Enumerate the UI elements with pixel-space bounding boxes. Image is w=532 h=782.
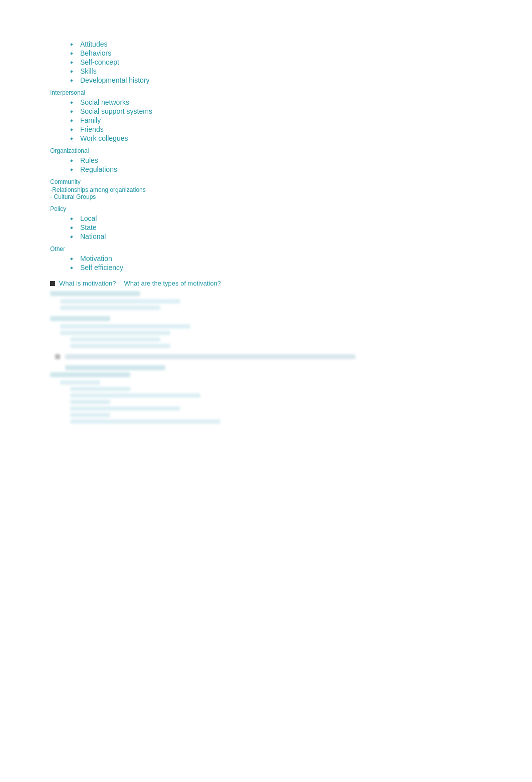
organizational-label: Organizational	[50, 147, 482, 154]
community-sub1: -Relationships among organizations	[50, 186, 482, 193]
intrapersonal-list: Attitudes Behaviors Self-concept Skills …	[70, 40, 482, 84]
intrapersonal-item: Skills	[70, 67, 482, 75]
policy-item: Local	[70, 214, 482, 222]
community-sub2: - Cultural Groups	[50, 193, 482, 200]
question-text-2: What are the types of motivation?	[124, 280, 221, 287]
question-block: What is motivation? What are the types o…	[50, 280, 482, 287]
policy-item: State	[70, 223, 482, 231]
intrapersonal-item: Developmental history	[70, 76, 482, 84]
policy-item: National	[70, 232, 482, 240]
blurred-content	[50, 291, 482, 424]
other-item: Motivation	[70, 254, 482, 263]
other-list: Motivation Self efficiency	[70, 254, 482, 272]
interpersonal-list: Social networks Social support systems F…	[70, 98, 482, 142]
other-item: Self efficiency	[70, 264, 482, 272]
policy-label: Policy	[50, 205, 482, 212]
organizational-list: Rules Regulations	[70, 156, 482, 173]
other-label: Other	[50, 245, 482, 252]
interpersonal-item: Social support systems	[70, 107, 482, 115]
organizational-item: Rules	[70, 156, 482, 164]
interpersonal-label: Interpersonal	[50, 89, 482, 96]
question-row: What is motivation? What are the types o…	[50, 280, 482, 287]
organizational-item: Regulations	[70, 165, 482, 173]
community-label: Community	[50, 178, 482, 185]
interpersonal-item: Work collegues	[70, 134, 482, 142]
intrapersonal-item: Self-concept	[70, 58, 482, 66]
intrapersonal-item: Attitudes	[70, 40, 482, 48]
square-bullet-icon	[50, 281, 55, 286]
interpersonal-item: Friends	[70, 125, 482, 133]
interpersonal-item: Social networks	[70, 98, 482, 106]
policy-list: Local State National	[70, 214, 482, 240]
community-section: Community -Relationships among organizat…	[50, 178, 482, 200]
interpersonal-item: Family	[70, 116, 482, 124]
intrapersonal-item: Behaviors	[70, 49, 482, 57]
question-text-1: What is motivation?	[59, 280, 116, 287]
